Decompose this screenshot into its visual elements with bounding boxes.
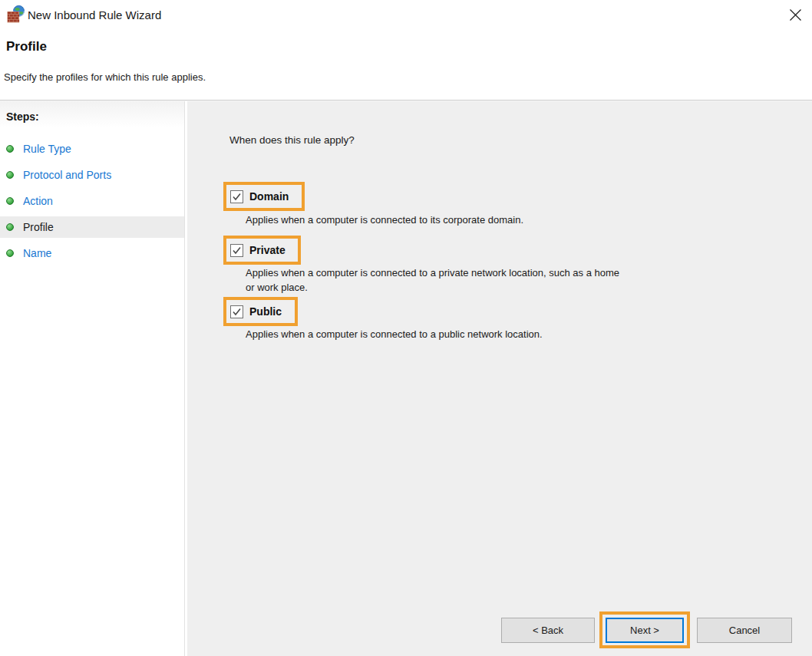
private-checkbox-label[interactable]: Private (249, 244, 286, 256)
steps-heading: Steps: (0, 101, 184, 127)
public-description: Applies when a computer is connected to … (246, 328, 737, 342)
checkbox-check-icon (232, 246, 242, 255)
sidebar-item-label: Profile (23, 221, 54, 233)
checkbox-check-icon (232, 192, 242, 202)
next-button[interactable]: Next > (606, 618, 684, 643)
cancel-button[interactable]: Cancel (697, 618, 792, 643)
domain-checkbox[interactable] (230, 190, 243, 203)
close-icon (789, 8, 802, 21)
content-panel (187, 101, 812, 656)
green-bullet-icon (6, 171, 14, 179)
green-bullet-icon (6, 223, 14, 231)
sidebar-item-label: Protocol and Ports (23, 169, 111, 181)
window-title: New Inbound Rule Wizard (28, 8, 161, 21)
sidebar-item-name[interactable]: Name (0, 242, 184, 264)
public-checkbox-label[interactable]: Public (249, 305, 282, 318)
wizard-window: { "window": { "title": "New Inbound Rule… (0, 0, 812, 656)
sidebar-item-action[interactable]: Action (0, 190, 184, 212)
close-button[interactable] (780, 2, 810, 28)
domain-description: Applies when a computer is connected to … (246, 213, 737, 228)
sidebar-item-label: Name (23, 247, 51, 259)
sidebar-item-protocol-and-ports[interactable]: Protocol and Ports (0, 164, 184, 186)
sidebar-item-rule-type[interactable]: Rule Type (0, 138, 184, 160)
page-title: Profile (6, 39, 47, 54)
private-description: Applies when a computer is connected to … (246, 266, 737, 295)
green-bullet-icon (6, 145, 14, 153)
sidebar-item-label: Action (23, 195, 53, 207)
firewall-globe-icon (7, 5, 25, 23)
public-checkbox[interactable] (230, 305, 243, 318)
page-subtitle: Specify the profiles for which this rule… (4, 71, 206, 83)
back-button[interactable]: < Back (501, 618, 595, 643)
domain-checkbox-label[interactable]: Domain (249, 190, 289, 203)
steps-sidebar: Steps: Rule Type Protocol and Ports Acti… (0, 101, 185, 656)
private-checkbox[interactable] (230, 244, 243, 257)
sidebar-item-profile[interactable]: Profile (0, 216, 184, 238)
question-text: When does this rule apply? (229, 134, 355, 146)
green-bullet-icon (6, 197, 14, 205)
checkbox-check-icon (232, 307, 242, 317)
sidebar-item-label: Rule Type (23, 143, 71, 155)
green-bullet-icon (6, 249, 14, 257)
